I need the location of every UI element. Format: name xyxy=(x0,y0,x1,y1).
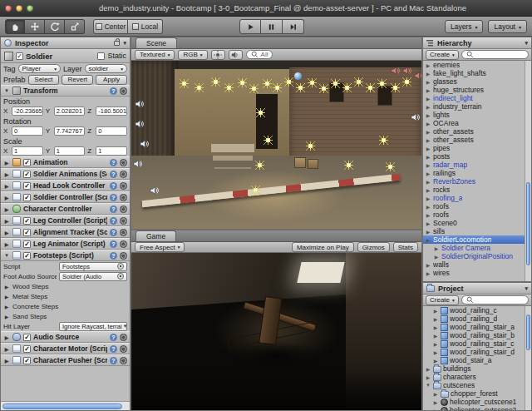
project-item[interactable]: ▶wood_stair_a xyxy=(423,356,525,364)
scene-search-box[interactable]: All xyxy=(246,50,273,59)
light-gizmo-icon[interactable] xyxy=(319,84,328,93)
light-gizmo-icon[interactable] xyxy=(308,78,317,87)
foldout-icon[interactable]: ▶ xyxy=(425,112,431,118)
pivot-center-button[interactable]: Center xyxy=(93,19,128,34)
foldout-icon[interactable]: ▶ xyxy=(3,230,10,235)
hierarchy-item[interactable]: ▶railings xyxy=(423,169,525,177)
light-gizmo-icon[interactable] xyxy=(331,79,340,88)
component-enabled-checkbox[interactable] xyxy=(23,357,31,364)
object-picker-icon[interactable] xyxy=(117,263,124,270)
hierarchy-item[interactable]: ▶roofs xyxy=(423,210,525,219)
hierarchy-item[interactable]: ▶OCArea xyxy=(423,119,525,127)
project-item[interactable]: ▶wood_railing_d xyxy=(423,314,525,323)
light-gizmo-icon[interactable] xyxy=(284,77,293,87)
prefab-apply-button[interactable]: Apply xyxy=(96,75,127,85)
hierarchy-item[interactable]: ▶walls xyxy=(423,260,525,269)
tag-dropdown[interactable]: Player xyxy=(18,64,61,73)
hierarchy-item[interactable]: ▶huge_structures xyxy=(423,86,525,94)
hierarchy-search-box[interactable] xyxy=(461,50,529,59)
foldout-icon[interactable]: ▶ xyxy=(432,391,439,397)
foldout-icon[interactable]: ▶ xyxy=(425,79,431,85)
scrollbar-thumb[interactable] xyxy=(526,182,530,266)
scene-viewport[interactable] xyxy=(131,61,421,229)
chevron-down-icon[interactable]: ▾ xyxy=(124,323,127,329)
hierarchy-item[interactable]: ▶radar_map xyxy=(423,161,525,169)
component-enabled-checkbox[interactable] xyxy=(23,229,31,236)
gear-icon[interactable] xyxy=(120,252,127,260)
light-gizmo-icon[interactable] xyxy=(263,79,272,88)
gear-icon[interactable] xyxy=(120,206,127,213)
foldout-icon[interactable]: ▶ xyxy=(425,220,431,226)
hierarchy-item[interactable]: ▶enemies xyxy=(423,61,525,69)
foldout-icon[interactable]: ▶ xyxy=(425,129,431,135)
project-item[interactable]: ▶wood_railing_stair_a xyxy=(423,323,525,331)
foldout-icon[interactable]: ▶ xyxy=(3,206,10,212)
panel-menu-icon[interactable]: ▾ xyxy=(123,40,126,47)
layer-mask-dropdown[interactable]: Ignore Raycast, terrai▾ xyxy=(59,322,127,331)
hierarchy-item[interactable]: ▶lights xyxy=(423,111,525,119)
foldout-icon[interactable]: ▶ xyxy=(425,154,431,160)
aspect-dropdown[interactable]: Free Aspect xyxy=(135,242,185,252)
component-header[interactable]: ▶Character Controller? xyxy=(1,203,130,215)
gizmos-button[interactable]: Gizmos xyxy=(357,242,390,252)
light-gizmo-icon[interactable] xyxy=(386,162,395,171)
object-field[interactable]: Soldier (Audio xyxy=(59,272,127,281)
hierarchy-item[interactable]: ▶pipes xyxy=(423,144,525,152)
foldout-icon[interactable]: ▼ xyxy=(425,383,431,388)
scale-tool-button[interactable] xyxy=(65,19,85,34)
hierarchy-item[interactable]: ▶glasses xyxy=(423,77,525,86)
transform-component-header[interactable]: ▼ Transform ? xyxy=(1,85,130,97)
foldout-icon[interactable]: ▶ xyxy=(425,179,431,185)
project-item[interactable]: ▶wood_railing_stair_b xyxy=(423,331,525,339)
component-enabled-checkbox[interactable] xyxy=(23,240,31,248)
foldout-icon[interactable]: ▶ xyxy=(425,146,431,151)
pivot-local-button[interactable]: Local xyxy=(128,19,163,34)
gear-icon[interactable] xyxy=(120,240,127,248)
foldout-icon[interactable]: ▶ xyxy=(425,229,431,235)
help-icon[interactable]: ? xyxy=(110,240,117,248)
hierarchy-item[interactable]: ▶industry_terrain xyxy=(423,102,525,111)
gear-icon[interactable] xyxy=(120,194,127,201)
static-checkbox[interactable] xyxy=(97,52,105,60)
audio-source-gizmo-icon[interactable] xyxy=(150,186,160,196)
light-gizmo-icon[interactable] xyxy=(377,79,387,88)
component-enabled-checkbox[interactable] xyxy=(23,182,31,190)
foldout-icon[interactable]: ▶ xyxy=(425,62,431,68)
help-icon[interactable]: ? xyxy=(110,159,117,166)
light-gizmo-icon[interactable] xyxy=(264,136,273,145)
foldout-icon[interactable]: ▶ xyxy=(425,137,431,143)
scale-x-field[interactable]: 1 xyxy=(12,146,43,156)
play-button[interactable] xyxy=(239,19,261,34)
project-item[interactable]: ▶helicopter_cutscene1 xyxy=(423,398,525,406)
audio-source-gizmo-icon[interactable] xyxy=(411,112,421,122)
light-gizmo-icon[interactable] xyxy=(255,161,264,170)
component-header[interactable]: ▶Character Pusher (Script)? xyxy=(1,354,130,366)
component-header[interactable]: ▶Soldier Animations (Script)? xyxy=(1,168,130,180)
foldout-icon[interactable]: ▶ xyxy=(3,314,10,319)
foldout-icon[interactable]: ▶ xyxy=(3,358,10,364)
foldout-icon[interactable]: ▶ xyxy=(3,183,10,189)
component-header[interactable]: ▶Leg Controller (Script)? xyxy=(1,215,130,226)
light-gizmo-icon[interactable] xyxy=(306,141,315,151)
foldout-icon[interactable]: ▶ xyxy=(425,162,431,168)
project-item[interactable]: ▶wood_railing_stair_c xyxy=(423,339,525,348)
scene-lighting-toggle[interactable] xyxy=(211,50,225,60)
rotation-x-field[interactable]: 0 xyxy=(12,126,43,136)
object-field[interactable]: Footsteps xyxy=(59,262,127,271)
minimize-button[interactable] xyxy=(16,5,22,12)
light-gizmo-icon[interactable] xyxy=(366,83,375,92)
foldout-icon[interactable]: ▶ xyxy=(432,358,439,364)
help-icon[interactable]: ? xyxy=(110,252,117,260)
step-button[interactable] xyxy=(283,19,304,34)
light-gizmo-icon[interactable] xyxy=(354,77,363,87)
scale-y-field[interactable]: 1 xyxy=(54,146,86,156)
component-enabled-checkbox[interactable] xyxy=(23,345,31,353)
light-gizmo-icon[interactable] xyxy=(238,78,247,87)
component-enabled-checkbox[interactable] xyxy=(23,334,31,341)
component-header[interactable]: ▶Head Look Controller (Script)? xyxy=(1,180,130,191)
hierarchy-vscrollbar[interactable] xyxy=(525,61,531,281)
game-tab[interactable]: Game xyxy=(135,230,176,241)
component-enabled-checkbox[interactable] xyxy=(23,159,31,166)
foldout-icon[interactable]: ▶ xyxy=(432,349,439,355)
hierarchy-item[interactable]: ▶other_assets xyxy=(423,136,525,144)
